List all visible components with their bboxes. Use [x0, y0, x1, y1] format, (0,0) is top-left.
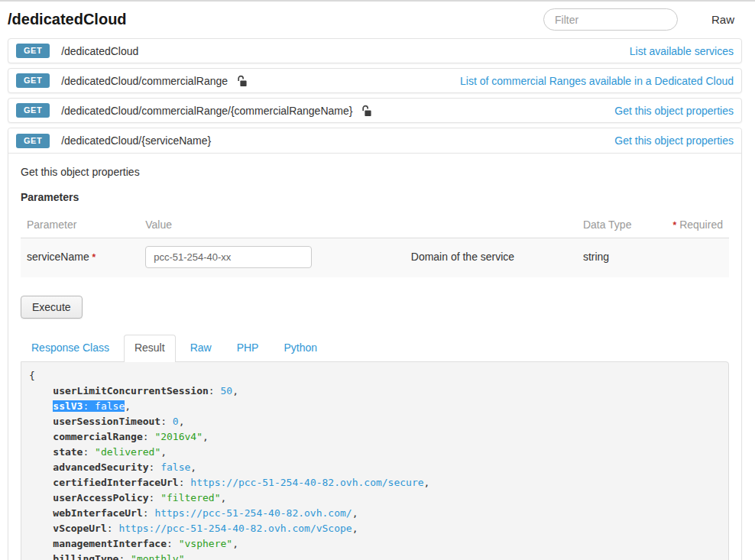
tab-result[interactable]: Result	[124, 335, 176, 362]
json-value: "delivered"	[95, 446, 160, 458]
parameters-table: Parameter Value Data Type * Required ser…	[21, 212, 729, 277]
required-star: *	[673, 220, 677, 231]
json-key: commercialRange	[53, 431, 142, 442]
json-value: https://pcc-51-254-40-82.ovh.com/secure	[190, 477, 423, 488]
col-header-description	[405, 212, 577, 238]
result-line: state: "delivered",	[29, 445, 721, 460]
route-row[interactable]: GET /dedicatedCloud/{serviceName} Get th…	[8, 128, 741, 154]
json-key: billingType	[53, 553, 118, 560]
json-key: userSessionTimeout	[53, 416, 160, 427]
parameter-value-cell	[139, 238, 405, 278]
parameter-required-cell	[667, 238, 729, 278]
result-code-block[interactable]: { userLimitConcurrentSession: 50, sslV3:…	[21, 361, 729, 560]
json-value: "2016v4"	[154, 431, 203, 442]
get-method-badge: GET	[16, 44, 50, 58]
col-header-data-type: Data Type	[577, 212, 667, 238]
result-line: certifiedInterfaceUrl: https://pcc-51-25…	[29, 475, 721, 490]
operation-summary: Get this object properties	[21, 166, 729, 178]
json-key: state	[53, 446, 83, 458]
result-line: userSessionTimeout: 0,	[29, 414, 721, 429]
tab-python[interactable]: Python	[273, 335, 328, 361]
json-value: 0	[173, 416, 179, 427]
parameter-data-type-cell: string	[577, 238, 667, 278]
raw-link[interactable]: Raw	[711, 13, 734, 26]
col-header-parameter: Parameter	[21, 212, 139, 238]
json-key: userAccessPolicy	[53, 492, 148, 503]
route-path: /dedicatedCloud	[61, 45, 138, 57]
expanded-route-card: GET /dedicatedCloud/{serviceName} Get th…	[8, 128, 742, 560]
col-header-value: Value	[139, 212, 405, 238]
json-key: vScopeUrl	[53, 523, 106, 534]
parameters-heading: Parameters	[21, 191, 729, 203]
route-description-link[interactable]: List available services	[622, 45, 734, 57]
parameter-row: serviceName * Domain of the service stri…	[21, 238, 729, 278]
json-key: advancedSecurity	[53, 461, 148, 473]
route-path: /dedicatedCloud/commercialRange	[61, 75, 228, 87]
route-description-link[interactable]: Get this object properties	[607, 105, 734, 117]
tab-raw[interactable]: Raw	[180, 335, 222, 361]
page-header: /dedicatedCloud Raw	[8, 8, 742, 31]
route-row[interactable]: GET /dedicatedCloud/commercialRange/{com…	[8, 98, 742, 123]
result-line: advancedSecurity: false,	[29, 460, 721, 475]
page-title: /dedicatedCloud	[8, 11, 543, 28]
tab-response-class[interactable]: Response Class	[21, 335, 120, 361]
json-value: 50	[220, 385, 232, 397]
result-line: userLimitConcurrentSession: 50,	[29, 384, 721, 399]
route-list: GET /dedicatedCloud List available servi…	[8, 38, 742, 123]
result-line: billingType: "monthly",	[29, 552, 721, 560]
json-value: false	[95, 400, 125, 412]
auth-lock-icon	[237, 75, 248, 87]
route-path: /dedicatedCloud/commercialRange/{commerc…	[61, 105, 352, 117]
route-row[interactable]: GET /dedicatedCloud List available servi…	[8, 38, 742, 63]
result-line: managementInterface: "vsphere",	[29, 536, 721, 552]
col-header-required: * Required	[667, 212, 729, 238]
route-description-link[interactable]: Get this object properties	[607, 134, 734, 147]
result-tabs: Response Class Result Raw PHP Python	[21, 335, 729, 361]
tab-php[interactable]: PHP	[226, 335, 270, 361]
filter-input[interactable]	[543, 8, 678, 31]
required-star: *	[92, 252, 96, 263]
result-line: webInterfaceUrl: https://pcc-51-254-40-8…	[29, 506, 721, 521]
result-line: {	[29, 368, 721, 384]
json-value: https://pcc-51-254-40-82.ovh.com/vScope	[118, 523, 352, 534]
json-key: sslV3	[53, 400, 83, 412]
json-key: certifiedInterfaceUrl	[53, 477, 178, 488]
result-line: commercialRange: "2016v4",	[29, 429, 721, 445]
json-value: "vsphere"	[179, 538, 232, 549]
json-value: "monthly"	[131, 553, 184, 560]
json-key: managementInterface	[53, 538, 167, 549]
result-line: sslV3: false,	[29, 399, 721, 414]
get-method-badge: GET	[16, 103, 50, 118]
json-value: https://pcc-51-254-40-82.ovh.com/	[154, 507, 352, 519]
route-path: /dedicatedCloud/{serviceName}	[61, 134, 211, 147]
json-key: userLimitConcurrentSession	[53, 385, 209, 397]
auth-lock-icon	[361, 105, 372, 117]
selected-text: sslV3: false	[53, 400, 125, 412]
parameter-name-cell: serviceName *	[21, 238, 139, 278]
get-method-badge: GET	[16, 134, 50, 148]
json-value: false	[160, 461, 190, 473]
route-description-link[interactable]: List of commercial Ranges available in a…	[452, 75, 734, 87]
result-line: userAccessPolicy: "filtered",	[29, 490, 721, 506]
operation-panel: Get this object properties Parameters Pa…	[8, 154, 741, 560]
parameter-description-cell: Domain of the service	[405, 238, 577, 278]
service-name-input[interactable]	[145, 246, 312, 268]
route-row[interactable]: GET /dedicatedCloud/commercialRange List…	[8, 68, 742, 93]
json-key: webInterfaceUrl	[53, 507, 142, 519]
get-method-badge: GET	[16, 73, 50, 88]
json-value: "filtered"	[160, 492, 220, 503]
execute-button[interactable]: Execute	[21, 296, 83, 319]
result-line: vScopeUrl: https://pcc-51-254-40-82.ovh.…	[29, 521, 721, 536]
